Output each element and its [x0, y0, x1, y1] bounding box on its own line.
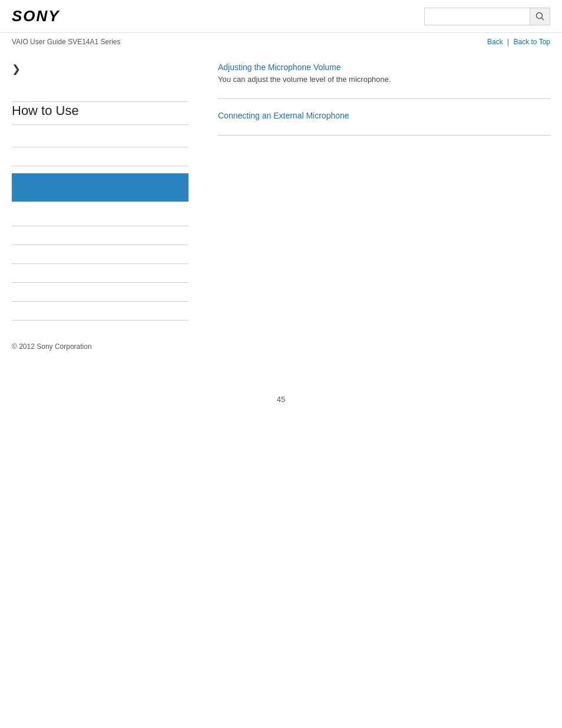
sidebar-list-item-1 [12, 209, 189, 226]
sidebar-list-item-3 [12, 246, 189, 264]
sidebar-blank-item-1 [12, 84, 189, 102]
page-number: 45 [277, 395, 285, 404]
connecting-microphone-link[interactable]: Connecting an External Microphone [218, 111, 349, 120]
back-link[interactable]: Back [487, 38, 503, 46]
search-button[interactable] [530, 8, 550, 25]
sidebar: ❯ How to Use [12, 62, 189, 322]
sidebar-items-list [12, 209, 189, 321]
content-section-2: Connecting an External Microphone [218, 111, 550, 120]
sidebar-list-item-2 [12, 228, 189, 245]
sidebar-list-item-5 [12, 284, 189, 302]
page-header: SONY [0, 0, 562, 33]
content-divider-1 [218, 98, 550, 99]
copyright-text: © 2012 Sony Corporation [12, 342, 92, 351]
sidebar-blank-item-2 [12, 130, 189, 147]
search-icon [535, 12, 545, 21]
sidebar-highlight[interactable] [12, 173, 189, 202]
back-to-top-link[interactable]: Back to Top [514, 38, 550, 46]
sidebar-blank-item-3 [12, 149, 189, 166]
nav-separator: | [507, 38, 509, 46]
sidebar-arrow: ❯ [12, 62, 189, 75]
sidebar-list-item-4 [12, 265, 189, 283]
sidebar-section-title: How to Use [12, 103, 189, 118]
sidebar-divider-1 [12, 124, 189, 125]
search-box [424, 8, 550, 25]
adjusting-microphone-description: You can adjust the volume level of the m… [218, 75, 550, 84]
content-divider-2 [218, 135, 550, 136]
footer-page-number: 45 [0, 383, 562, 416]
section-1-link-container: Adjusting the Microphone Volume [218, 62, 550, 72]
sidebar-list-item-6 [12, 303, 189, 321]
sony-logo: SONY [12, 7, 60, 25]
content-area: Adjusting the Microphone Volume You can … [200, 62, 550, 322]
svg-point-0 [536, 12, 542, 18]
svg-line-1 [541, 18, 544, 20]
footer-copyright: © 2012 Sony Corporation [0, 334, 562, 360]
nav-links: Back | Back to Top [487, 38, 550, 46]
main-content: ❯ How to Use Adjusting the Microphone Vo… [0, 51, 562, 334]
adjusting-microphone-link[interactable]: Adjusting the Microphone Volume [218, 62, 341, 72]
search-input[interactable] [424, 8, 530, 25]
content-section-1: Adjusting the Microphone Volume You can … [218, 62, 550, 84]
subheader: VAIO User Guide SVE14A1 Series Back | Ba… [0, 33, 562, 51]
section-2-link-container: Connecting an External Microphone [218, 111, 550, 120]
guide-title: VAIO User Guide SVE14A1 Series [12, 38, 121, 46]
